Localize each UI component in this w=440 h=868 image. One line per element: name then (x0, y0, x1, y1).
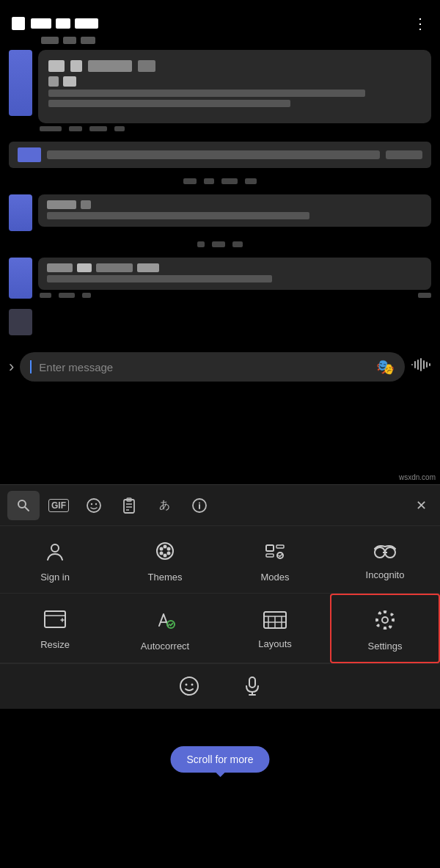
message-row-1 (0, 50, 440, 131)
layouts-icon (263, 610, 287, 632)
redact-4 (138, 60, 155, 72)
msg-content-3 (38, 194, 431, 227)
msg-bubble-4 (38, 258, 431, 290)
emoji-toolbar-btn[interactable] (78, 491, 110, 520)
center-dots-2 (0, 241, 440, 247)
modes-icon (263, 539, 287, 566)
bottom-bar (0, 663, 440, 709)
avatar-1 (9, 50, 32, 116)
meta4-1 (40, 293, 51, 298)
avatar-5 (9, 309, 32, 335)
redact-1 (48, 60, 65, 72)
meta-1 (40, 126, 62, 131)
feature-sign-in[interactable]: Sign in (0, 526, 110, 594)
feature-resize[interactable]: Resize (0, 594, 110, 663)
bottom-emoji-btn[interactable] (179, 676, 199, 701)
feature-autocorrect[interactable]: Autocorrect (110, 594, 220, 663)
svg-line-8 (25, 507, 29, 511)
message-input-container[interactable]: Enter message 🎭 (20, 352, 405, 382)
feature-layouts[interactable]: Layouts (220, 594, 330, 663)
info-toolbar-btn[interactable] (183, 491, 216, 520)
sticker-icon[interactable]: 🎭 (376, 358, 395, 376)
watermark: wsxdn.com (399, 473, 436, 481)
redact-line-2 (48, 100, 290, 107)
rb4-4 (137, 263, 159, 272)
rb4-2 (77, 263, 92, 272)
cdot2-1 (197, 241, 205, 247)
status-block-4 (75, 18, 98, 29)
close-icon: ✕ (416, 498, 427, 513)
feature-themes[interactable]: Themes (110, 526, 220, 594)
rb4-1 (47, 263, 73, 272)
svg-point-19 (199, 502, 200, 503)
svg-rect-30 (276, 545, 284, 548)
sub-block-2 (63, 37, 76, 44)
rb-line (47, 212, 309, 219)
rb4-3 (96, 263, 133, 272)
sign-in-icon (43, 539, 67, 566)
resize-icon (43, 610, 67, 633)
bottom-mic-btn[interactable] (243, 676, 261, 701)
cdot2-2 (212, 241, 225, 247)
feature-settings[interactable]: Settings (330, 594, 440, 663)
msg-bar-2 (47, 150, 380, 159)
meta-2 (69, 126, 82, 131)
svg-rect-48 (249, 677, 255, 688)
status-left (12, 17, 98, 30)
avatar-2 (18, 147, 41, 162)
gif-toolbar-btn[interactable]: GIF (43, 491, 75, 520)
more-menu-icon[interactable]: ⋮ (413, 15, 428, 32)
meta4-2 (59, 293, 75, 298)
svg-point-23 (164, 545, 167, 549)
gif-label: GIF (48, 499, 69, 512)
svg-point-10 (91, 503, 92, 504)
svg-point-22 (160, 547, 164, 551)
close-toolbar-btn[interactable]: ✕ (410, 492, 433, 519)
center-dots-1 (0, 178, 440, 184)
message-row-4 (0, 258, 440, 299)
meta-3 (89, 126, 107, 131)
themes-icon (153, 539, 177, 566)
svg-point-20 (51, 544, 59, 552)
redact-5 (48, 76, 59, 87)
svg-point-24 (167, 547, 171, 551)
meta4-4 (418, 293, 431, 298)
svg-point-26 (164, 554, 167, 558)
layouts-label: Layouts (258, 638, 292, 649)
rb4-line (47, 275, 272, 282)
feature-incognito[interactable]: Incognito (330, 526, 440, 594)
redact-6 (63, 76, 76, 87)
voice-icon[interactable] (411, 357, 431, 376)
msg-content-1 (38, 50, 431, 131)
rb-1 (47, 200, 76, 209)
sub-block-3 (81, 37, 95, 44)
svg-point-47 (191, 683, 194, 685)
status-blocks (31, 18, 98, 29)
input-bar: › Enter message 🎭 (0, 346, 440, 388)
clipboard-toolbar-btn[interactable] (113, 491, 145, 520)
search-toolbar-btn[interactable] (7, 491, 40, 520)
redact-3 (88, 60, 132, 72)
svg-rect-28 (266, 545, 274, 551)
expand-button[interactable]: › (9, 357, 14, 376)
avatar-3 (9, 194, 32, 231)
sign-in-label: Sign in (40, 572, 70, 583)
message-row-2 (9, 142, 431, 168)
redact-2 (70, 60, 82, 72)
status-block-3 (56, 18, 70, 29)
msg-meta-4 (38, 293, 431, 298)
cdot-2 (204, 178, 214, 184)
meta-4 (114, 126, 125, 131)
cdot-4 (245, 178, 257, 184)
translate-toolbar-btn[interactable]: あ (148, 491, 180, 520)
incognito-label: Incognito (366, 569, 405, 580)
sub-status-row (0, 35, 440, 50)
msg-content-4 (38, 258, 431, 298)
themes-label: Themes (148, 572, 183, 583)
cdot-3 (221, 178, 238, 184)
feature-modes[interactable]: Modes (220, 526, 330, 594)
status-icon-1 (12, 17, 25, 30)
resize-label: Resize (40, 639, 70, 650)
translate-label: あ (159, 498, 170, 512)
redact-line-1 (48, 90, 365, 97)
